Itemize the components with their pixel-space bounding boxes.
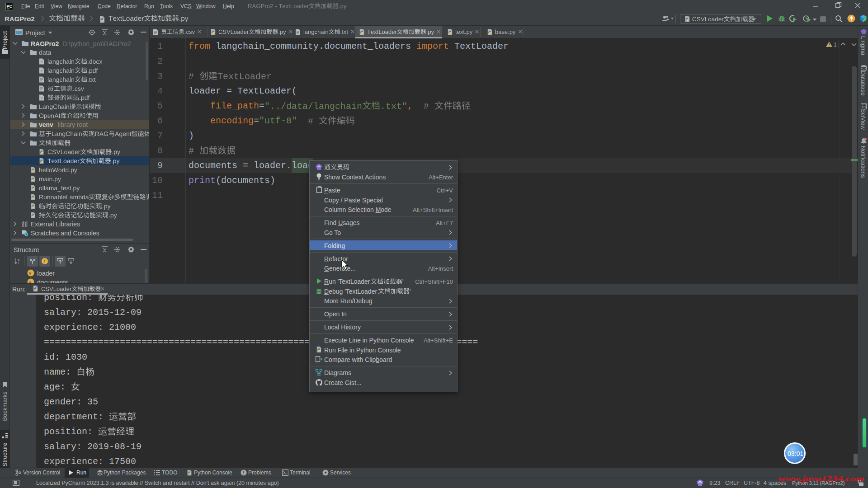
svg-text:1: 1: [834, 42, 837, 48]
svg-text:v: v: [29, 271, 31, 276]
svg-text:?: ?: [40, 60, 43, 64]
svg-text:?: ?: [40, 96, 43, 100]
svg-text:?: ?: [40, 69, 43, 73]
svg-text:a: a: [18, 258, 19, 261]
svg-text:PC: PC: [7, 4, 13, 9]
svg-text:z: z: [18, 262, 19, 265]
